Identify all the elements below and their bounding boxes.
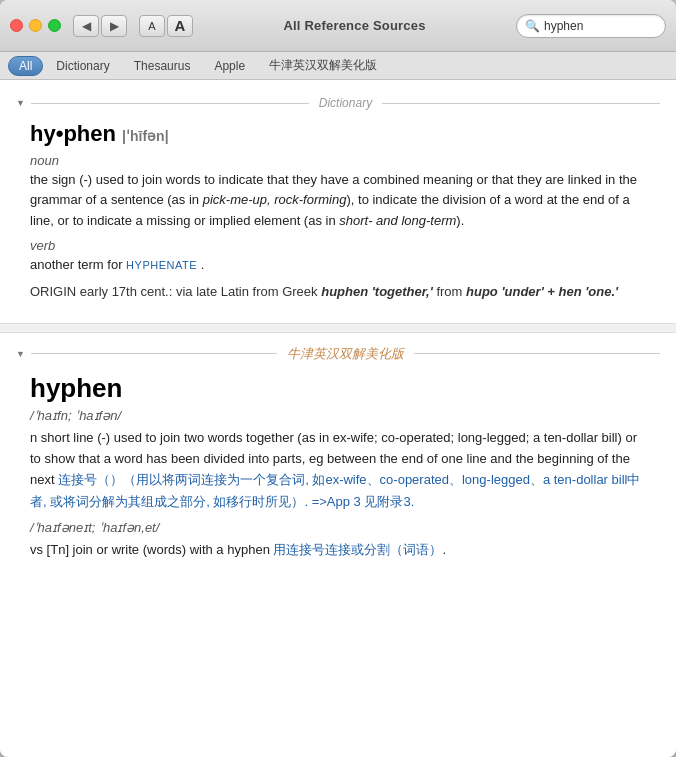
filterbar: All Dictionary Thesaurus Apple 牛津英汉双解美化版 [0,52,676,80]
word-prefix: hy [30,121,56,146]
section-divider-chinese-left [31,353,277,354]
main-window: ◀ ▶ A A All Reference Sources 🔍 ✕ All Di… [0,0,676,757]
section-divider-right [382,103,660,104]
chinese-text-2: 用连接号连接或分割（词语） [273,542,442,557]
collapse-triangle-icon[interactable]: ▼ [16,98,25,108]
forward-icon: ▶ [110,19,119,33]
font-small-button[interactable]: A [139,15,165,37]
chinese-phonetic-1: /ˈhaɪfn; ˈhaɪfən/ [30,408,646,423]
filter-thesaurus-button[interactable]: Thesaurus [123,56,202,76]
example-italic-2: short- and long-term [339,213,456,228]
close-button[interactable] [10,19,23,32]
back-icon: ◀ [82,19,91,33]
entry-word: hy•phen |ˈhīfən| [30,121,169,146]
entry-pronunciation: |ˈhīfən| [122,128,169,144]
chinese-entry-word: hyphen [30,373,646,404]
font-large-button[interactable]: A [167,15,193,37]
origin-components: hupo 'under' + hen 'one.' [466,284,618,299]
nav-buttons: ◀ ▶ [73,15,127,37]
hyphenate-link[interactable]: HYPHENATE [126,259,197,271]
font-large-label: A [175,17,186,34]
titlebar: ◀ ▶ A A All Reference Sources 🔍 ✕ [0,0,676,52]
back-button[interactable]: ◀ [73,15,99,37]
forward-button[interactable]: ▶ [101,15,127,37]
collapse-triangle-chinese-icon[interactable]: ▼ [16,349,25,359]
font-small-label: A [148,20,155,32]
search-input[interactable] [544,19,676,33]
dictionary-entry-heading: hy•phen |ˈhīfən| [30,120,646,149]
example-italic-1: pick-me-up, rock-forming [203,192,347,207]
dictionary-section-title: Dictionary [309,96,382,110]
entry-origin: ORIGIN early 17th cent.: via late Latin … [30,282,646,303]
entry-def-verb: another term for HYPHENATE . [30,255,646,276]
dictionary-section: ▼ Dictionary hy•phen |ˈhīfən| noun the s… [0,90,676,317]
chinese-def-1: n short line (-) used to join two words … [30,427,646,513]
chinese-section-title: 牛津英汉双解美化版 [277,345,414,363]
section-divider-left [31,103,309,104]
chinese-phonetic-2: /ˈhaɪfəneɪt; ˈhaɪfən,et/ [30,520,646,535]
spacer [30,512,646,520]
origin-greek: huphen 'together,' [321,284,433,299]
chinese-section-header: ▼ 牛津英汉双解美化版 [0,345,676,363]
section-divider [0,323,676,333]
entry-pos-verb: verb [30,238,646,253]
origin-label: ORIGIN [30,284,76,299]
entry-def-noun: the sign (-) used to join words to indic… [30,170,646,232]
maximize-button[interactable] [48,19,61,32]
section-divider-chinese-right [414,353,660,354]
filter-dictionary-button[interactable]: Dictionary [45,56,120,76]
dictionary-section-content: hy•phen |ˈhīfən| noun the sign (-) used … [0,120,676,303]
chinese-text-1: 连接号（）（用以将两词连接为一个复合词, 如ex-wife、co-operate… [30,472,640,508]
search-icon: 🔍 [525,19,540,33]
font-size-buttons: A A [139,15,193,37]
chinese-def-2: vs [Tn] join or write (words) with a hyp… [30,539,646,560]
dictionary-section-header: ▼ Dictionary [0,96,676,110]
search-box[interactable]: 🔍 ✕ [516,14,666,38]
filter-chinese-button[interactable]: 牛津英汉双解美化版 [258,56,388,76]
content-area[interactable]: ▼ Dictionary hy•phen |ˈhīfən| noun the s… [0,80,676,757]
window-title: All Reference Sources [201,18,508,33]
chinese-section-content: hyphen /ˈhaɪfn; ˈhaɪfən/ n short line (-… [0,373,676,561]
chinese-section: ▼ 牛津英汉双解美化版 hyphen /ˈhaɪfn; ˈhaɪfən/ n s… [0,339,676,575]
word-suffix: phen [63,121,116,146]
traffic-lights [10,19,61,32]
filter-all-button[interactable]: All [8,56,43,76]
entry-pos-noun: noun [30,153,646,168]
minimize-button[interactable] [29,19,42,32]
filter-apple-button[interactable]: Apple [203,56,256,76]
